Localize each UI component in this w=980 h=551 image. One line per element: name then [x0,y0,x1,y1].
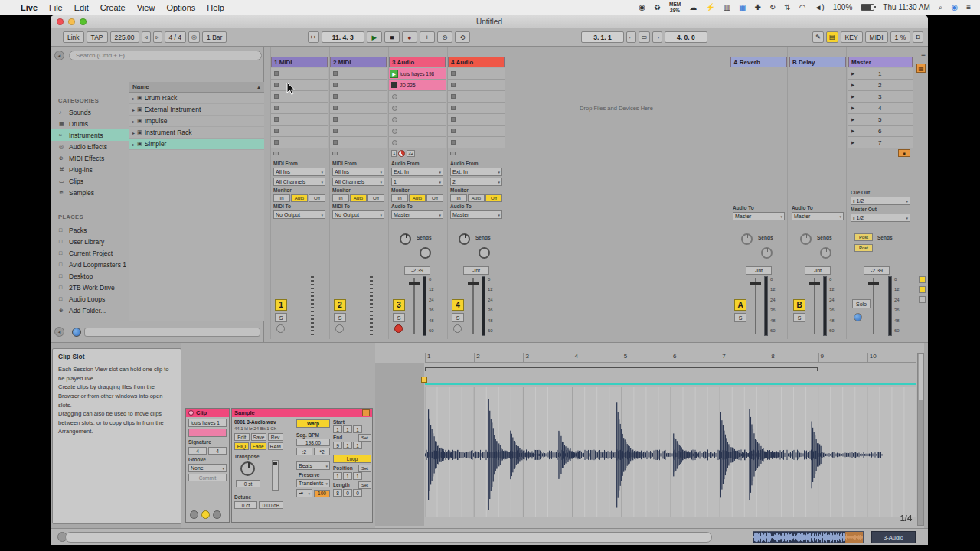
volume-fader[interactable] [809,278,820,334]
sample-box-header[interactable]: Sample [232,409,372,417]
clip-slot[interactable] [330,137,387,148]
key-map-button[interactable]: KEY [841,31,863,43]
status-message-bar[interactable] [65,532,712,543]
clip-slot[interactable] [448,80,505,91]
monitor-button[interactable]: Off [368,194,384,202]
punch-out-button[interactable]: ¬ [652,31,662,43]
volume-fader[interactable] [468,278,479,334]
solo-button[interactable]: S [275,313,287,322]
length-beat[interactable]: 0 [343,489,352,497]
clip-slot[interactable] [389,126,446,137]
browser-place[interactable]: □Packs [51,224,129,236]
clip-slot[interactable] [448,91,505,103]
clip-slot[interactable] [389,137,446,148]
browser-device-item[interactable]: ▸▣External Instrument [129,104,264,116]
session-menu-icon[interactable]: ≡ [921,51,926,60]
hiq-button[interactable]: HiQ [234,442,249,450]
volume-display[interactable]: -2.39 [864,266,890,275]
cue-out-select[interactable]: ‖1/2 [851,197,910,205]
send-b-knob[interactable] [761,247,773,259]
arm-button[interactable] [335,324,344,333]
clip-slot[interactable] [271,137,328,148]
loop-start-display[interactable]: 3. 1. 1 [581,31,624,43]
arrangement-position-display[interactable]: 11. 4. 3 [322,31,364,43]
signature-denominator[interactable]: 4 [208,447,227,455]
monitor-button[interactable]: Off [426,194,443,202]
minimize-button[interactable] [68,18,75,25]
scene-slot[interactable]: ▶2 [848,80,913,91]
clip-slot[interactable] [448,114,505,126]
detune-value[interactable]: 0 ct [234,501,257,509]
clip-stop-icon[interactable] [391,82,397,88]
position-bar[interactable]: 1 [333,472,342,480]
clip-name-field[interactable]: louis hayes 1 [188,419,227,427]
record-button[interactable]: ● [402,31,417,43]
browser-place[interactable]: □2TB Work Drive [51,282,129,293]
menu-item[interactable]: File [49,3,63,12]
monitor-button[interactable]: Off [485,194,502,202]
clip-slot[interactable] [271,68,328,80]
clip[interactable]: JD 225 [389,80,446,91]
browser-category[interactable]: ▭Clips [51,175,129,187]
browser-collapse-button[interactable]: ◂ [54,51,64,60]
status-icon[interactable]: ⇅ [784,3,790,11]
menubar-clock[interactable]: Thu 11:30 AM [883,3,930,11]
track-activator-button[interactable]: 2 [334,299,346,311]
preview-scrub-bar[interactable] [84,328,260,337]
commit-button[interactable]: Commit [188,474,227,481]
warp-button[interactable]: Warp [296,419,330,428]
browser-collapse-button[interactable]: ◂ [54,327,64,337]
browser-category[interactable]: ≈Instruments [51,129,129,141]
draw-mode-button[interactable]: ✎ [812,31,824,43]
input-channel-select[interactable]: 1 [391,178,443,186]
output-type-select[interactable]: Master [450,210,502,219]
waveform-display[interactable] [425,387,916,517]
input-channel-select[interactable]: 2 [450,178,502,186]
loop-toggle-button[interactable]: Loop [333,455,371,463]
arm-button[interactable] [453,324,462,333]
send-a-knob[interactable] [800,233,812,245]
overdub-button[interactable]: + [420,31,435,43]
disclosure-icon[interactable]: ▸ [132,130,135,135]
play-button[interactable]: ▶ [367,31,382,43]
status-icon[interactable]: ◉ [951,3,958,12]
position-beat[interactable]: 1 [343,472,352,480]
length-bar[interactable]: 8 [333,489,342,497]
input-type-select[interactable]: Ext. In [391,168,443,176]
ram-button[interactable]: RAM [268,442,283,450]
vertical-scrollbar[interactable] [917,353,924,526]
scene-slot[interactable]: ▶4 [848,103,913,114]
clip-slot[interactable] [389,114,446,126]
set-length-button[interactable]: Set [358,481,371,489]
track-activator-button[interactable]: 1 [275,299,287,311]
track-activator-button[interactable]: 4 [452,299,464,311]
solo-button[interactable]: S [393,313,405,322]
zoom-button[interactable] [80,18,87,25]
status-icon[interactable]: ◄) [814,3,824,11]
midi-map-button[interactable]: MIDI [865,31,888,43]
clip-stop-row[interactable] [448,148,505,158]
input-type-select[interactable]: Ext. In [450,168,502,176]
menu-item[interactable]: View [137,3,155,12]
solo-button[interactable]: S [334,313,346,322]
status-icon[interactable]: ☁ [689,3,697,11]
seg-bpm-value[interactable]: 198.00 [296,439,330,446]
end-bar[interactable]: 9 [333,442,342,449]
browser-category[interactable]: ♪Sounds [51,106,129,118]
groove-select[interactable]: None [188,464,227,472]
clip-slot[interactable] [271,126,328,137]
solo-cue-button[interactable]: Solo [852,299,871,308]
status-icon[interactable]: ♻ [654,3,661,11]
status-icon[interactable]: ◠ [799,3,806,11]
clip-stop-row[interactable] [330,148,387,158]
send-a-knob[interactable] [400,233,411,245]
output-type-select[interactable]: Master [391,210,443,219]
envelopes-panel-toggle[interactable] [213,510,221,519]
clip-slot[interactable] [330,126,387,137]
browser-device-item[interactable]: ▸▣Simpler [129,139,264,150]
loop-length-display[interactable]: 4. 0. 0 [665,31,707,43]
scene-slot[interactable]: ▶7 [848,137,913,148]
scene-slot[interactable]: ▶1 [848,68,913,80]
start-beat[interactable]: 1 [343,425,352,433]
start-sixteenth[interactable]: 1 [353,425,362,433]
